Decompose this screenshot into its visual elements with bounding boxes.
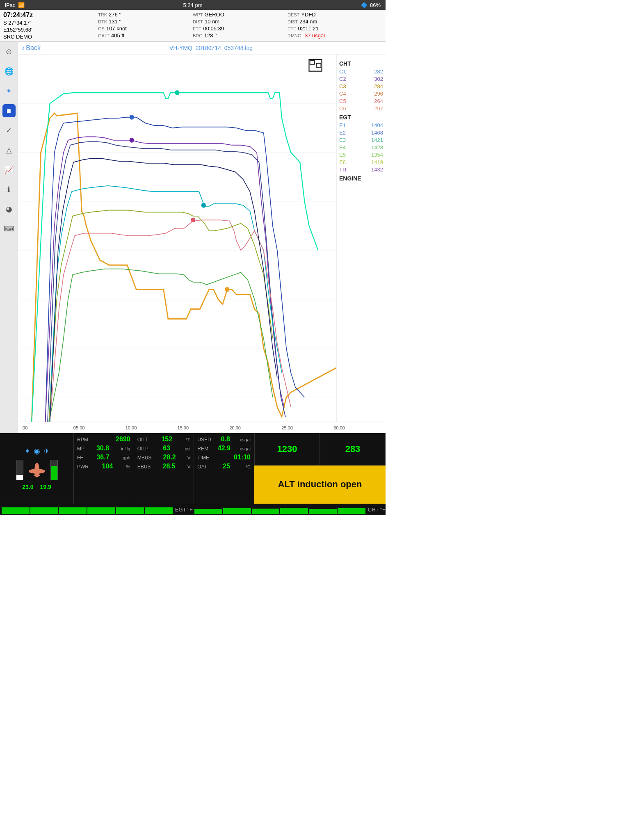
cht-bar-segments xyxy=(193,506,367,514)
oilt-label: OILT xyxy=(137,437,148,443)
mbus-val: 28.2 xyxy=(163,454,176,461)
cht-seg-2 xyxy=(223,508,251,514)
egt-seg-6 xyxy=(145,507,173,514)
egt-bar-segments xyxy=(0,506,174,514)
legend-val-e3: 1421 xyxy=(371,137,383,143)
rpm-val: 2690 xyxy=(116,436,130,443)
rem-row: REM 42.9 usgal xyxy=(197,445,251,452)
legend-row-c1: C1282 xyxy=(339,68,383,75)
big-num-egt-val: 1230 xyxy=(277,444,297,454)
legend-row-tit: TIT1432 xyxy=(339,167,383,173)
battery-level: 86% xyxy=(370,2,381,8)
dest-dist-val: 234 nm xyxy=(299,18,317,25)
nav-lon: E152°59.68' xyxy=(3,27,32,33)
ff-label: FF xyxy=(77,455,83,461)
bottom-panel: ✦ ◉ ✈ xyxy=(0,433,386,515)
legend-label-c6: C6 xyxy=(339,105,346,112)
back-label: Back xyxy=(26,44,41,52)
legend-label-tit: TIT xyxy=(339,167,347,173)
sidebar-icon-bluetooth[interactable]: ✦ xyxy=(2,84,16,98)
time-tick-2: 10:00 xyxy=(126,425,178,430)
rem-val: 42.9 xyxy=(218,445,231,452)
legend-val-e5: 1354 xyxy=(371,152,383,158)
sidebar-icon-square[interactable]: ■ xyxy=(2,104,16,117)
svg-rect-0 xyxy=(18,55,336,422)
sidebar-icon-info[interactable]: ℹ xyxy=(2,183,16,196)
time-tick-5: 25:00 xyxy=(281,425,333,430)
egt-seg-5 xyxy=(116,507,144,514)
bottom-top: ✦ ◉ ✈ xyxy=(0,433,386,504)
svg-point-18 xyxy=(29,469,45,474)
legend-row-e4: E41428 xyxy=(339,144,383,151)
rpm-label: RPM xyxy=(77,437,88,443)
sidebar-icon-chart[interactable]: 📈 xyxy=(2,163,16,176)
oilp-val: 63 xyxy=(163,445,170,452)
legend-row-e1: E11404 xyxy=(339,122,383,128)
ebus-label: EBUS xyxy=(137,464,151,470)
sidebar-icon-pac[interactable]: ◕ xyxy=(2,203,16,216)
legend-label-e4: E4 xyxy=(339,144,346,151)
status-right: 🔷 86% xyxy=(361,2,381,8)
sidebar-icon-keyboard[interactable]: ⌨ xyxy=(2,222,16,235)
legend-val-e2: 1468 xyxy=(371,130,383,136)
top-bar: ‹ Back VH-YMQ_20180714_053748.log xyxy=(18,42,386,55)
ebus-row: EBUS 28.5 V xyxy=(137,463,191,470)
instr-col-2: OILT 152 °F OILP 63 psi MBUS 28.2 V EBUS… xyxy=(134,433,194,504)
rmng-val: -37 usgal xyxy=(303,32,325,39)
mbus-label: MBUS xyxy=(137,455,152,461)
big-num-egt: 1230 xyxy=(254,433,320,465)
chart-svg-container[interactable] xyxy=(18,55,336,422)
main-layout: ⊙ 🌐 ✦ ■ ✓ △ 📈 ℹ ◕ ⌨ ‹ Back VH-YMQ_201807… xyxy=(0,42,386,433)
mp-val: 30.8 xyxy=(96,445,109,452)
legend-val-c4: 296 xyxy=(374,91,383,97)
pwr-unit: % xyxy=(126,464,130,469)
wifi-icon: 📶 xyxy=(18,2,25,8)
wpt-label: WPT xyxy=(193,12,203,17)
file-title: VH-YMQ_20180714_053748.log xyxy=(41,45,381,51)
oilt-val: 152 xyxy=(161,436,172,443)
left-fuel-gauge xyxy=(16,460,23,480)
legend-val-e6: 1419 xyxy=(371,159,383,165)
svg-point-12 xyxy=(201,203,206,208)
legend-label-c4: C4 xyxy=(339,91,346,97)
time-tick-4: 20:00 xyxy=(229,425,281,430)
legend-row-e6: E61419 xyxy=(339,159,383,165)
svg-point-8 xyxy=(225,287,229,292)
bottom-right: 1230 283 ALT induction open xyxy=(254,433,386,504)
legend-label-e6: E6 xyxy=(339,159,346,165)
brg-label: BRG xyxy=(193,33,203,38)
bottom-egt-cht-bar: EGT °F CHT °F xyxy=(0,504,386,515)
legend-val-tit: 1432 xyxy=(371,167,383,173)
sidebar-icon-check[interactable]: ✓ xyxy=(2,124,16,137)
galt-label: GALT xyxy=(98,33,110,38)
legend-label-c2: C2 xyxy=(339,76,346,82)
compass-bottom-icon: ◉ xyxy=(34,447,40,456)
ete-label: ETE xyxy=(193,26,201,31)
sidebar-icon-globe[interactable]: 🌐 xyxy=(2,65,16,78)
nav-lat: S 27°34.17' xyxy=(3,20,31,26)
used-label: USED xyxy=(197,437,211,443)
status-left: iPad 📶 xyxy=(5,2,25,8)
rpm-row: RPM 2690 xyxy=(77,436,130,443)
trk-val: 276 ° xyxy=(109,11,121,18)
nav-cell-dest: DEST YDFD DIST 234 nm ETE 02:11:21 RMNG … xyxy=(288,11,382,40)
dest-ete-label: ETE xyxy=(288,26,296,31)
status-time: 5:24 pm xyxy=(183,2,203,8)
sidebar-icon-compass[interactable]: ⊙ xyxy=(2,45,16,58)
gs-label: GS xyxy=(98,26,105,31)
egt-seg-3 xyxy=(59,507,87,514)
bt-gauges xyxy=(16,460,58,480)
ebus-unit: V xyxy=(187,464,190,469)
oat-label: OAT xyxy=(197,464,207,470)
back-button[interactable]: ‹ Back xyxy=(22,44,41,52)
dest-dist-label: DIST xyxy=(288,19,298,24)
dtk-label: DTK xyxy=(98,19,107,24)
legend-label-c1: C1 xyxy=(339,68,346,75)
svg-point-11 xyxy=(130,138,134,143)
time-tick-3: 15:00 xyxy=(178,425,230,430)
right-gauge-bar xyxy=(50,460,58,480)
oat-unit: °C xyxy=(246,464,251,469)
status-bar: iPad 📶 5:24 pm 🔷 86% xyxy=(0,0,386,10)
nav-cell-time: 07:24:47z S 27°34.17' E152°59.68' SRC DE… xyxy=(3,11,98,40)
sidebar-icon-alert[interactable]: △ xyxy=(2,144,16,157)
